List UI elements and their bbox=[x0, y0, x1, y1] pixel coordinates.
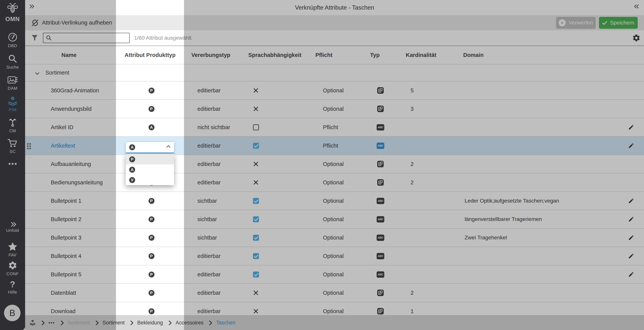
pim-breadcrumb-icon[interactable]: P bbox=[29, 319, 36, 326]
filter-funnel-icon[interactable] bbox=[32, 35, 38, 41]
produkttyp-cell[interactable]: P bbox=[146, 100, 157, 118]
pflicht-value: Optional bbox=[323, 266, 344, 284]
column-header-sprachabhaengigkeit[interactable]: Sprachabhängigkeit bbox=[248, 46, 301, 64]
breadcrumb-item[interactable]: Accessoires bbox=[176, 320, 204, 326]
column-header-domain[interactable]: Domain bbox=[463, 46, 484, 64]
column-header-vererbungstyp[interactable]: Vererbungstyp bbox=[191, 46, 230, 64]
produkttyp-icon: P bbox=[148, 106, 154, 112]
sidebar-item-label: CM bbox=[9, 128, 16, 134]
table-row[interactable]: Bulletpoint 5 P editierbar Optional ABC bbox=[25, 265, 644, 284]
sidebar-item-cm[interactable]: CM bbox=[0, 117, 25, 134]
expand-panel-icon[interactable] bbox=[28, 5, 34, 8]
produkttyp-cell[interactable]: P bbox=[146, 210, 157, 228]
produkttyp-icon: P bbox=[148, 308, 154, 314]
text-type-icon-active: ABC bbox=[376, 142, 384, 149]
produkttyp-cell[interactable]: P bbox=[146, 266, 157, 284]
edit-pencil-icon[interactable] bbox=[626, 192, 637, 210]
option-icon: A bbox=[129, 167, 135, 173]
circle-x-icon bbox=[559, 19, 566, 26]
sidebar-item-suche[interactable]: Suche bbox=[0, 54, 25, 70]
edit-pencil-icon[interactable] bbox=[626, 247, 637, 265]
edit-pencil-icon[interactable] bbox=[626, 228, 637, 247]
sprachabhaengigkeit-cell bbox=[250, 118, 262, 136]
breadcrumb-item-current[interactable]: Taschen bbox=[216, 320, 235, 326]
column-header-name[interactable]: Name bbox=[62, 46, 77, 64]
sidebar-item-label: DAM bbox=[8, 86, 17, 91]
discard-button-label: Verwerfen bbox=[569, 20, 593, 26]
column-header-attribut-produkttyp[interactable]: Attribut Produkttyp bbox=[124, 46, 176, 64]
edit-pencil-icon[interactable] bbox=[626, 266, 637, 284]
table-row[interactable]: 360Grad-Animation P editierbar Optional … bbox=[25, 81, 644, 100]
breadcrumb-overflow[interactable]: ••• bbox=[48, 320, 55, 326]
sidebar-item-pim[interactable]: P PIM bbox=[0, 96, 25, 112]
cross-icon bbox=[253, 180, 259, 185]
produkttyp-dropdown[interactable]: A bbox=[126, 142, 174, 153]
checkbox-unchecked[interactable] bbox=[253, 124, 259, 130]
table-row[interactable]: Bulletpoint 3 P sichtbar Optional ABC Zw… bbox=[25, 228, 644, 247]
domain-value: Leder Optik;aufgesetzte Taschen;vegan bbox=[464, 192, 559, 210]
typ-cell: ABC bbox=[375, 137, 386, 155]
group-collapse-chevron-icon[interactable] bbox=[36, 64, 39, 81]
breadcrumb: P ••• Sortiment Sortiment Bekleidung Acc… bbox=[25, 315, 644, 330]
user-avatar[interactable]: B bbox=[4, 305, 20, 321]
table-row[interactable]: Anwendungsbild P editierbar Optional 3 bbox=[25, 100, 644, 118]
table-row[interactable]: Bulletpoint 2 P sichtbar Optional ABC lä… bbox=[25, 210, 644, 228]
table-settings-gear-icon[interactable] bbox=[632, 34, 640, 42]
checkbox-checked[interactable] bbox=[253, 216, 259, 222]
edit-pencil-icon[interactable] bbox=[626, 210, 637, 228]
produkttyp-cell[interactable]: A bbox=[146, 118, 157, 136]
sidebar-item-more[interactable] bbox=[0, 162, 25, 166]
collapse-panel-icon[interactable] bbox=[635, 5, 640, 8]
checkbox-checked[interactable] bbox=[253, 235, 259, 241]
sprachabhaengigkeit-cell bbox=[250, 137, 262, 155]
table-row[interactable]: Artikel ID A nicht sichtbar Pflicht ABC bbox=[25, 118, 644, 136]
sidebar-item-unfold[interactable]: Unfold bbox=[0, 223, 25, 233]
breadcrumb-item[interactable]: Sortiment bbox=[68, 320, 90, 326]
vererbungstyp-value: editierbar bbox=[198, 247, 220, 265]
table-row[interactable]: Aufbauanleitung editierbar Optional 2 bbox=[25, 155, 644, 173]
column-header-typ[interactable]: Typ bbox=[370, 46, 380, 64]
table-row[interactable]: Bedienungsanleitung P editierbar Optiona… bbox=[25, 173, 644, 192]
double-chevron-right-icon bbox=[10, 223, 16, 226]
produkttyp-cell[interactable]: P bbox=[146, 192, 157, 210]
sidebar-item-label: FAV bbox=[8, 252, 16, 258]
breadcrumb-item[interactable]: Sortiment bbox=[102, 320, 125, 326]
checkbox-checked[interactable] bbox=[253, 143, 259, 149]
produkttyp-cell[interactable]: P bbox=[146, 284, 157, 302]
table-row[interactable]: Bulletpoint 4 P editierbar Optional ABC bbox=[25, 247, 644, 265]
sidebar-item-dam[interactable]: DAM bbox=[0, 76, 25, 91]
table-row-selected[interactable]: Artikeltext A P A V editierbar Pflicht A… bbox=[25, 136, 644, 155]
produkttyp-cell[interactable]: P bbox=[146, 228, 157, 247]
unlink-attributes-button[interactable]: Attribut-Verlinkung aufheben bbox=[31, 15, 112, 30]
text-type-icon: ABC bbox=[376, 271, 384, 278]
edit-pencil-icon[interactable] bbox=[626, 137, 637, 155]
table-row[interactable]: Datenblatt P editierbar Optional 2 bbox=[25, 284, 644, 302]
checkbox-checked[interactable] bbox=[253, 272, 259, 278]
sidebar-item-hilfe[interactable]: ? Hilfe bbox=[0, 280, 25, 295]
sidebar-item-label: CONF bbox=[6, 271, 18, 276]
checkbox-checked[interactable] bbox=[253, 253, 259, 259]
attribute-name: Datenblatt bbox=[51, 284, 76, 302]
edit-pencil-icon[interactable] bbox=[626, 118, 637, 136]
sidebar-item-conf[interactable]: CONF bbox=[0, 261, 25, 276]
save-button[interactable]: Speichern bbox=[599, 17, 638, 29]
drag-handle-icon[interactable] bbox=[27, 143, 31, 149]
typ-cell bbox=[375, 174, 386, 192]
table-row[interactable]: Bulletpoint 1 P sichtbar Optional ABC Le… bbox=[25, 192, 644, 210]
dropdown-option-v[interactable]: V bbox=[126, 175, 174, 185]
dropdown-option-a[interactable]: A bbox=[126, 164, 174, 175]
sidebar-item-omn[interactable]: OMN bbox=[0, 3, 25, 22]
dropdown-option-p[interactable]: P bbox=[126, 154, 174, 164]
sidebar-item-fav[interactable]: FAV bbox=[0, 242, 25, 258]
produkttyp-cell[interactable]: P bbox=[146, 82, 157, 100]
search-input[interactable] bbox=[54, 35, 129, 41]
sidebar-item-dbd[interactable]: DBD bbox=[0, 32, 25, 48]
column-header-kardinalitaet[interactable]: Kardinalität bbox=[406, 46, 436, 64]
table-group-row[interactable]: Sortiment bbox=[25, 64, 644, 81]
sidebar-item-sc[interactable]: SC bbox=[0, 138, 25, 154]
discard-button[interactable]: Verwerfen bbox=[556, 17, 596, 29]
column-header-pflicht[interactable]: Pflicht bbox=[316, 46, 332, 64]
breadcrumb-item[interactable]: Bekleidung bbox=[137, 320, 163, 326]
produkttyp-cell[interactable]: P bbox=[146, 247, 157, 265]
checkbox-checked[interactable] bbox=[253, 198, 259, 204]
